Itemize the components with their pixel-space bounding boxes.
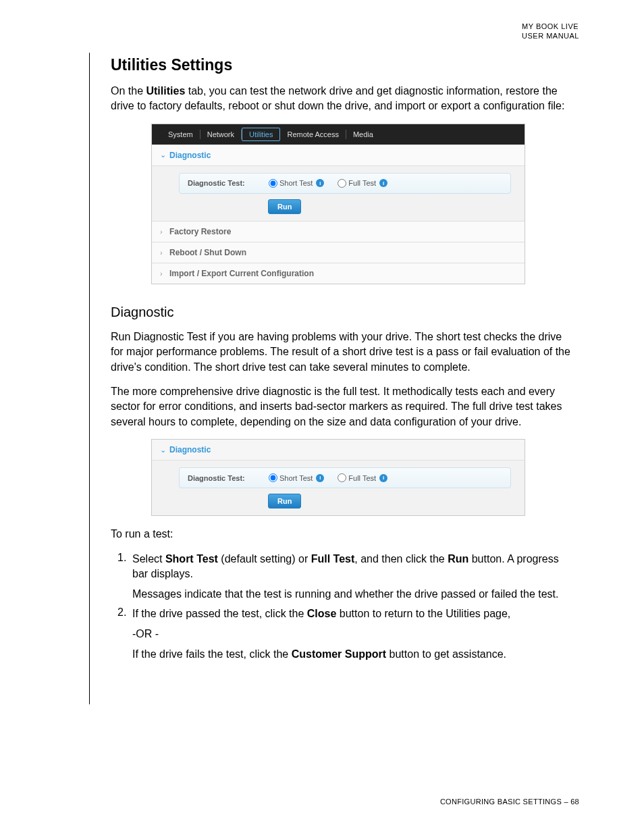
chevron-right-icon: › [160,249,169,257]
accordion-title-diagnostic-2: Diagnostic [169,445,211,454]
diagnostic-radio-group: Short Test i Full Test i [269,179,387,188]
run-button-row-2: Run [268,494,511,509]
tab-system[interactable]: System [161,130,200,139]
info-icon[interactable]: i [379,179,387,187]
intro-paragraph: On the Utilities tab, you can test the n… [111,84,571,114]
accordion-factory-restore[interactable]: › Factory Restore [152,221,525,242]
footer-section: CONFIGURING BASIC SETTINGS – [440,798,570,806]
info-icon[interactable]: i [379,474,387,482]
info-icon[interactable]: i [316,474,324,482]
accordion-title-reboot: Reboot / Shut Down [169,248,246,257]
tab-network[interactable]: Network [200,130,242,139]
diagnostic-paragraph-2: The more comprehensive drive diagnostic … [111,384,571,429]
tab-utilities[interactable]: Utilities [242,128,280,141]
radio-full-test[interactable]: Full Test i [338,179,387,188]
run-button[interactable]: Run [268,199,301,214]
accordion-diagnostic[interactable]: ⌄ Diagnostic [152,145,525,165]
radio-short-test-2[interactable]: Short Test i [269,473,324,482]
step-2-sub: If the drive fails the test, click the C… [132,647,571,662]
chevron-down-icon: ⌄ [160,151,169,159]
step-number: 1. [117,552,132,602]
radio-short-test-input-2[interactable] [269,473,277,482]
diagnostic-radio-group-2: Short Test i Full Test i [269,473,387,482]
section-heading-diagnostic: Diagnostic [111,305,571,320]
chevron-right-icon: › [160,269,169,278]
diagnostic-body-2: Diagnostic Test: Short Test i Full Test … [152,460,525,515]
accordion-import-export[interactable]: › Import / Export Current Configuration [152,263,525,284]
footer-page-number: 68 [570,798,579,806]
screenshot-diagnostic-panel: ⌄ Diagnostic Diagnostic Test: Short Test… [151,439,525,516]
run-button-row: Run [268,199,511,214]
accordion-diagnostic-2[interactable]: ⌄ Diagnostic [152,440,525,460]
run-button-2[interactable]: Run [268,494,301,509]
accordion-reboot[interactable]: › Reboot / Shut Down [152,242,525,263]
screenshot-utilities-panel: System Network Utilities Remote Access M… [151,124,525,284]
diagnostic-test-label-2: Diagnostic Test: [188,474,269,482]
accordion-title-diagnostic: Diagnostic [169,151,211,160]
step-2: 2. If the drive passed the test, click t… [117,606,571,662]
radio-full-test-input-2[interactable] [338,473,346,482]
accordion-title-import: Import / Export Current Configuration [169,269,314,278]
radio-full-test-input[interactable] [338,179,346,188]
page-footer: CONFIGURING BASIC SETTINGS – 68 [440,798,579,806]
screenshot-tabbar: System Network Utilities Remote Access M… [152,124,525,145]
step-1-text: Select Short Test (default setting) or F… [132,552,571,602]
step-number: 2. [117,606,132,662]
header-line1: MY BOOK LIVE [522,22,579,31]
step-2-or: -OR - [132,627,571,642]
diagnostic-test-label: Diagnostic Test: [188,179,269,187]
diagnostic-test-row-2: Diagnostic Test: Short Test i Full Test … [179,467,511,488]
radio-short-test-input[interactable] [269,179,277,188]
tab-media[interactable]: Media [346,130,380,139]
step-1: 1. Select Short Test (default setting) o… [117,552,571,602]
page-title: Utilities Settings [111,56,571,74]
radio-short-test[interactable]: Short Test i [269,179,324,188]
info-icon[interactable]: i [316,179,324,187]
step-2-text: If the drive passed the test, click the … [132,606,571,662]
step-1-sub: Messages indicate that the test is runni… [132,587,571,602]
diagnostic-paragraph-1: Run Diagnostic Test if you are having pr… [111,330,571,375]
to-run-label: To run a test: [111,527,571,542]
page-left-rule [89,53,90,704]
diagnostic-test-row: Diagnostic Test: Short Test i Full Test … [179,173,511,194]
accordion-title-factory: Factory Restore [169,227,231,236]
tab-remote-access[interactable]: Remote Access [280,130,346,139]
steps-list: 1. Select Short Test (default setting) o… [117,552,571,662]
diagnostic-body: Diagnostic Test: Short Test i Full Test … [152,165,525,221]
chevron-down-icon: ⌄ [160,446,169,454]
page-content: Utilities Settings On the Utilities tab,… [111,56,571,669]
radio-full-test-2[interactable]: Full Test i [338,473,387,482]
header-product: MY BOOK LIVE USER MANUAL [522,22,579,41]
chevron-right-icon: › [160,228,169,236]
header-line2: USER MANUAL [522,31,579,41]
